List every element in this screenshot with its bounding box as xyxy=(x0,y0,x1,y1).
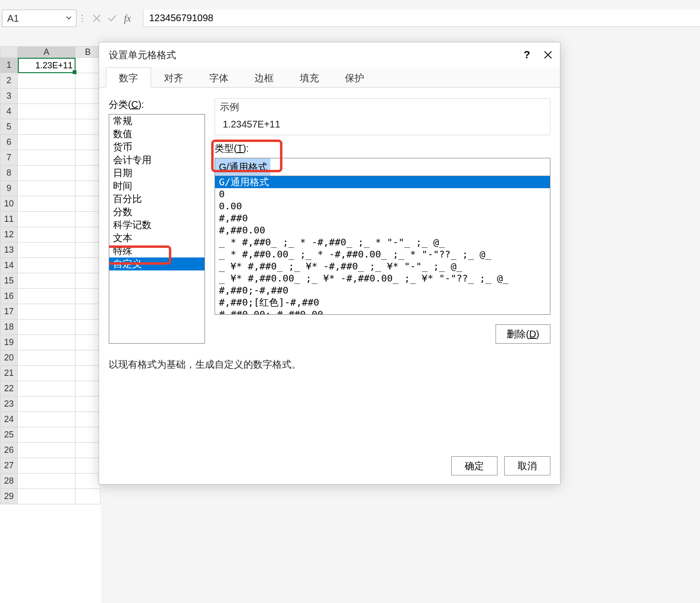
row-header[interactable]: 19 xyxy=(0,335,18,350)
cell[interactable] xyxy=(76,350,101,366)
cell[interactable] xyxy=(18,320,76,335)
row-header[interactable]: 2 xyxy=(0,73,18,89)
column-header[interactable]: B xyxy=(76,46,101,58)
cell[interactable] xyxy=(76,273,101,289)
tab-边框[interactable]: 边框 xyxy=(242,67,287,87)
row-header[interactable]: 12 xyxy=(0,227,18,243)
category-item[interactable]: 日期 xyxy=(109,167,204,180)
tab-数字[interactable]: 数字 xyxy=(106,67,151,88)
tab-保护[interactable]: 保护 xyxy=(332,67,377,87)
row-header[interactable]: 29 xyxy=(0,489,18,504)
delete-button[interactable]: 删除(D) xyxy=(496,324,550,344)
row-header[interactable]: 23 xyxy=(0,397,18,412)
format-item[interactable]: #,##0.00;-#,##0.00 xyxy=(215,308,550,315)
cell[interactable] xyxy=(76,412,101,427)
cell[interactable] xyxy=(18,335,76,350)
ok-button[interactable]: 确定 xyxy=(451,456,497,475)
cell[interactable] xyxy=(76,474,101,489)
row-header[interactable]: 14 xyxy=(0,258,18,273)
row-header[interactable]: 11 xyxy=(0,212,18,227)
category-item[interactable]: 常规 xyxy=(109,115,204,128)
category-item[interactable]: 科学记数 xyxy=(109,218,204,231)
category-item[interactable]: 特殊 xyxy=(109,244,204,257)
row-header[interactable]: 18 xyxy=(0,320,18,335)
category-item[interactable]: 自定义 xyxy=(109,257,204,270)
cell[interactable] xyxy=(18,258,76,273)
cell[interactable] xyxy=(76,443,101,458)
cell[interactable] xyxy=(76,427,101,443)
format-item[interactable]: 0 xyxy=(215,188,550,200)
row-header[interactable]: 4 xyxy=(0,104,18,119)
row-header[interactable]: 16 xyxy=(0,289,18,304)
row-header[interactable]: 5 xyxy=(0,119,18,135)
category-list[interactable]: 常规数值货币会计专用日期时间百分比分数科学记数文本特殊自定义 xyxy=(109,115,204,343)
row-header[interactable]: 9 xyxy=(0,181,18,196)
cell[interactable] xyxy=(76,258,101,273)
cell[interactable] xyxy=(76,366,101,381)
cell[interactable] xyxy=(76,289,101,304)
category-item[interactable]: 分数 xyxy=(109,205,204,218)
cell[interactable] xyxy=(76,397,101,412)
row-header[interactable]: 25 xyxy=(0,427,18,443)
category-item[interactable]: 时间 xyxy=(109,180,204,192)
cell[interactable] xyxy=(18,381,76,397)
cell[interactable] xyxy=(76,243,101,258)
row-header[interactable]: 13 xyxy=(0,243,18,258)
name-box[interactable]: A1 xyxy=(2,10,76,27)
tab-对齐[interactable]: 对齐 xyxy=(151,67,196,87)
cell[interactable] xyxy=(18,458,76,474)
column-header[interactable]: A xyxy=(18,46,76,58)
row-header[interactable]: 8 xyxy=(0,166,18,181)
cell[interactable] xyxy=(76,89,101,104)
cell[interactable] xyxy=(76,320,101,335)
format-item[interactable]: _ * #,##0_ ;_ * -#,##0_ ;_ * "-"_ ;_ @_ xyxy=(215,236,550,248)
row-header[interactable]: 6 xyxy=(0,135,18,150)
format-item[interactable]: #,##0.00 xyxy=(215,224,550,236)
cell[interactable] xyxy=(76,335,101,350)
cell[interactable] xyxy=(18,150,76,166)
row-header[interactable]: 20 xyxy=(0,350,18,366)
row-header[interactable]: 15 xyxy=(0,273,18,289)
cell[interactable] xyxy=(18,366,76,381)
select-all-corner[interactable] xyxy=(0,46,18,58)
row-header[interactable]: 7 xyxy=(0,150,18,166)
cell[interactable] xyxy=(18,489,76,504)
cell[interactable] xyxy=(18,443,76,458)
row-header[interactable]: 28 xyxy=(0,474,18,489)
format-item[interactable]: _ ¥* #,##0_ ;_ ¥* -#,##0_ ;_ ¥* "-"_ ;_ … xyxy=(215,260,550,272)
cell[interactable] xyxy=(18,196,76,212)
cell[interactable] xyxy=(18,73,76,89)
category-item[interactable]: 会计专用 xyxy=(109,154,204,167)
cell[interactable] xyxy=(76,58,101,73)
cell[interactable] xyxy=(18,412,76,427)
format-item[interactable]: #,##0;[红色]-#,##0 xyxy=(215,296,550,308)
row-header[interactable]: 21 xyxy=(0,366,18,381)
cell[interactable] xyxy=(76,304,101,320)
cell[interactable] xyxy=(18,273,76,289)
cell[interactable] xyxy=(76,104,101,119)
cell[interactable] xyxy=(18,119,76,135)
cell[interactable] xyxy=(18,289,76,304)
cell[interactable] xyxy=(18,350,76,366)
cell[interactable] xyxy=(76,135,101,150)
category-item[interactable]: 数值 xyxy=(109,128,204,141)
format-list[interactable]: G/通用格式00.00#,##0#,##0.00_ * #,##0_ ;_ * … xyxy=(215,176,550,315)
cell[interactable] xyxy=(18,181,76,196)
format-item[interactable]: #,##0;-#,##0 xyxy=(215,284,550,296)
format-item[interactable]: #,##0 xyxy=(215,212,550,224)
cell[interactable] xyxy=(18,135,76,150)
cell[interactable] xyxy=(18,166,76,181)
cell[interactable] xyxy=(76,166,101,181)
tab-填充[interactable]: 填充 xyxy=(287,67,332,87)
category-item[interactable]: 货币 xyxy=(109,141,204,154)
cell[interactable] xyxy=(18,212,76,227)
cell[interactable] xyxy=(18,427,76,443)
cell[interactable] xyxy=(76,227,101,243)
cell[interactable] xyxy=(76,212,101,227)
cell[interactable] xyxy=(76,489,101,504)
cell[interactable] xyxy=(76,150,101,166)
row-header[interactable]: 17 xyxy=(0,304,18,320)
row-header[interactable]: 27 xyxy=(0,458,18,474)
cell[interactable] xyxy=(76,196,101,212)
row-header[interactable]: 1 xyxy=(0,58,18,73)
